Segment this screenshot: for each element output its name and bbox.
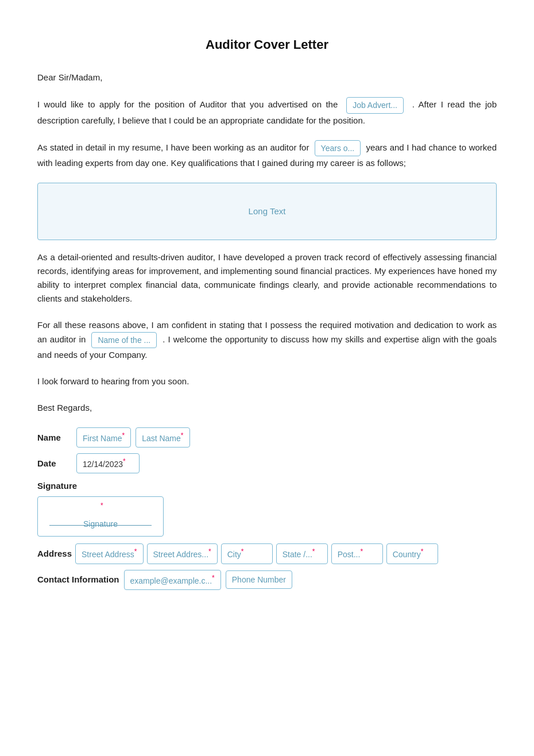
contact-row: Contact Information example@example.c...… [37, 570, 497, 590]
phone-field[interactable]: Phone Number [226, 570, 292, 589]
signature-box[interactable]: * Signature [37, 496, 164, 537]
city-field[interactable]: City* [221, 543, 273, 564]
date-row: Date 12/14/2023* [37, 453, 497, 473]
date-required: * [123, 457, 126, 465]
date-field[interactable]: 12/14/2023* [76, 453, 140, 473]
page-title: Auditor Cover Letter [37, 34, 497, 55]
first-name-required: * [122, 431, 125, 439]
years-field[interactable]: Years o... [315, 140, 361, 156]
country-required: * [421, 547, 424, 556]
date-label: Date [37, 457, 72, 470]
paragraph-3: As a detail-oriented and results-driven … [37, 250, 497, 306]
post-field[interactable]: Post...* [331, 543, 383, 564]
paragraph-2: As stated in detail in my resume, I have… [37, 140, 497, 170]
email-required: * [212, 574, 215, 582]
first-name-field[interactable]: First Name* [76, 427, 131, 448]
signature-label: Signature [37, 479, 497, 493]
name-label: Name [37, 431, 72, 445]
street1-required: * [134, 547, 137, 556]
signature-line [49, 525, 152, 526]
city-required: * [241, 547, 244, 556]
last-name-field[interactable]: Last Name* [136, 427, 189, 448]
signature-section: Name First Name* Last Name* Date 12/14/2… [37, 427, 497, 589]
page: Auditor Cover Letter Dear Sir/Madam, I w… [0, 0, 534, 756]
email-field[interactable]: example@example.c...* [124, 570, 221, 590]
address-label: Address [37, 547, 72, 561]
paragraph-1: I would like to apply for the position o… [37, 97, 497, 127]
signature-row: Signature * Signature [37, 479, 497, 537]
state-required: * [312, 547, 315, 556]
greeting: Dear Sir/Madam, [37, 71, 497, 84]
last-name-required: * [181, 431, 184, 439]
job-advert-field[interactable]: Job Advert... [346, 97, 404, 113]
closing: Best Regards, [37, 401, 497, 415]
address-row: Address Street Address* Street Addres...… [37, 543, 497, 564]
street2-required: * [208, 547, 211, 556]
contact-label: Contact Information [37, 573, 119, 587]
street-address-1-field[interactable]: Street Address* [75, 543, 144, 564]
name-row: Name First Name* Last Name* [37, 427, 497, 448]
long-text-field[interactable]: Long Text [37, 183, 497, 240]
country-field[interactable]: Country* [386, 543, 438, 564]
para2-text-before: As stated in detail in my resume, I have… [37, 142, 309, 152]
paragraph-5: I look forward to hearing from you soon. [37, 375, 497, 388]
company-name-field[interactable]: Name of the ... [91, 332, 157, 348]
paragraph-4: For all these reasons above, I am confid… [37, 318, 497, 362]
signature-placeholder: Signature [83, 518, 118, 530]
post-required: * [360, 547, 363, 556]
para1-text-before: I would like to apply for the position o… [37, 99, 338, 109]
state-field[interactable]: State /...* [276, 543, 328, 564]
street-address-2-field[interactable]: Street Addres...* [147, 543, 218, 564]
